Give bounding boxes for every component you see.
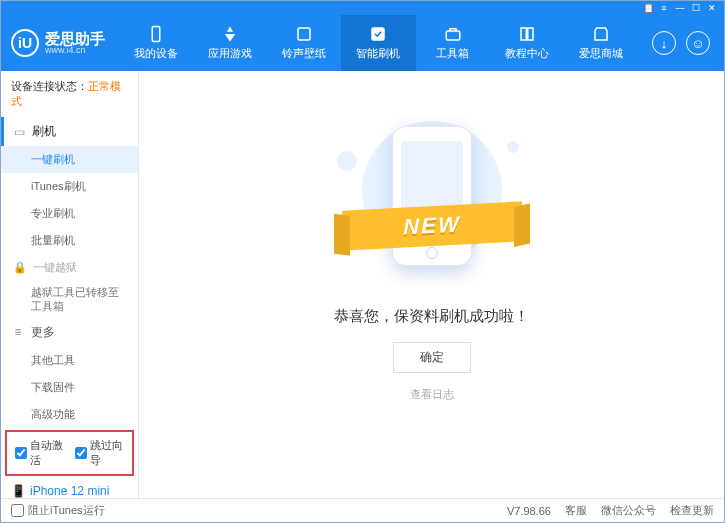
wallpaper-icon	[295, 25, 313, 43]
tab-tutorials[interactable]: 教程中心	[490, 15, 564, 71]
app-name: 爱思助手	[45, 31, 105, 46]
app-icon	[221, 25, 239, 43]
status-label: 设备连接状态：	[11, 80, 88, 92]
tab-label: 智能刷机	[356, 46, 400, 61]
checkbox-auto-activate[interactable]: 自动激活	[15, 438, 65, 468]
checkbox-label: 阻止iTunes运行	[28, 503, 105, 518]
nav-tabs: 我的设备 应用游戏 铃声壁纸 智能刷机 工具箱 教程中心 爱思商城	[119, 15, 638, 71]
tab-label: 我的设备	[134, 46, 178, 61]
app-url: www.i4.cn	[45, 46, 105, 55]
confirm-button[interactable]: 确定	[393, 342, 471, 373]
svg-rect-0	[152, 27, 160, 42]
section-flash[interactable]: ▭刷机	[1, 117, 138, 146]
tab-label: 爱思商城	[579, 46, 623, 61]
options-row: 自动激活 跳过向导	[5, 430, 134, 476]
sidebar: 设备连接状态：正常模式 ▭刷机 一键刷机 iTunes刷机 专业刷机 批量刷机 …	[1, 71, 139, 498]
minimize-icon[interactable]: —	[674, 3, 686, 13]
phone-icon: ▭	[12, 125, 26, 139]
sidebar-item-itunes-flash[interactable]: iTunes刷机	[1, 173, 138, 200]
sidebar-item-other-tools[interactable]: 其他工具	[1, 347, 138, 374]
success-message: 恭喜您，保资料刷机成功啦！	[334, 307, 529, 326]
sidebar-item-advanced[interactable]: 高级功能	[1, 401, 138, 428]
tab-toolbox[interactable]: 工具箱	[416, 15, 490, 71]
header-actions: ↓ ☺	[638, 31, 724, 55]
maximize-icon[interactable]: ☐	[690, 3, 702, 13]
main-area: NEW 恭喜您，保资料刷机成功啦！ 确定 查看日志	[139, 71, 724, 498]
tab-label: 教程中心	[505, 46, 549, 61]
logo-icon: iU	[11, 29, 39, 57]
task-icon[interactable]: 📋	[642, 3, 654, 13]
checkbox-input[interactable]	[15, 447, 27, 459]
lock-icon: 🔒	[13, 261, 27, 274]
app-window: 📋 ≡ — ☐ ✕ iU 爱思助手 www.i4.cn 我的设备 应用游戏 铃声…	[0, 0, 725, 523]
tab-label: 工具箱	[436, 46, 469, 61]
list-icon: ≡	[11, 325, 25, 339]
device-name: 📱iPhone 12 mini	[11, 484, 128, 498]
section-more[interactable]: ≡更多	[1, 318, 138, 347]
window-controls: 📋 ≡ — ☐ ✕	[1, 1, 724, 15]
download-icon[interactable]: ↓	[652, 31, 676, 55]
section-label: 刷机	[32, 123, 56, 140]
footer-service[interactable]: 客服	[565, 503, 587, 518]
logo-area[interactable]: iU 爱思助手 www.i4.cn	[1, 29, 119, 57]
tab-label: 铃声壁纸	[282, 46, 326, 61]
checkbox-input[interactable]	[75, 447, 87, 459]
jailbreak-note: 越狱工具已转移至 工具箱	[1, 281, 138, 318]
note-line: 越狱工具已转移至	[31, 285, 128, 299]
checkbox-label: 自动激活	[30, 438, 65, 468]
view-log-link[interactable]: 查看日志	[410, 387, 454, 402]
sidebar-item-pro-flash[interactable]: 专业刷机	[1, 200, 138, 227]
checkbox-label: 跳过向导	[90, 438, 125, 468]
ribbon-text: NEW	[403, 211, 460, 240]
body: 设备连接状态：正常模式 ▭刷机 一键刷机 iTunes刷机 专业刷机 批量刷机 …	[1, 71, 724, 498]
sidebar-item-batch-flash[interactable]: 批量刷机	[1, 227, 138, 254]
device-name-text: iPhone 12 mini	[30, 484, 109, 498]
tab-ringtones[interactable]: 铃声壁纸	[267, 15, 341, 71]
phone-icon	[147, 25, 165, 43]
tab-label: 应用游戏	[208, 46, 252, 61]
svg-rect-1	[298, 28, 310, 40]
close-icon[interactable]: ✕	[706, 3, 718, 13]
section-label: 更多	[31, 324, 55, 341]
tab-store[interactable]: 爱思商城	[564, 15, 638, 71]
footer: 阻止iTunes运行 V7.98.66 客服 微信公众号 检查更新	[1, 498, 724, 522]
sidebar-item-jailbreak: 🔒一键越狱	[1, 254, 138, 281]
user-icon[interactable]: ☺	[686, 31, 710, 55]
success-illustration: NEW	[332, 111, 532, 281]
tab-my-device[interactable]: 我的设备	[119, 15, 193, 71]
tab-smart-flash[interactable]: 智能刷机	[341, 15, 415, 71]
toolbox-icon	[444, 25, 462, 43]
book-icon	[518, 25, 536, 43]
sidebar-item-oneclick-flash[interactable]: 一键刷机	[1, 146, 138, 173]
menu-icon[interactable]: ≡	[658, 3, 670, 13]
footer-wechat[interactable]: 微信公众号	[601, 503, 656, 518]
phone-icon: 📱	[11, 484, 26, 498]
flash-icon	[369, 25, 387, 43]
note-line: 工具箱	[31, 299, 128, 313]
new-ribbon: NEW	[342, 201, 522, 250]
checkbox-skip-guide[interactable]: 跳过向导	[75, 438, 125, 468]
svg-rect-2	[372, 27, 386, 41]
header: iU 爱思助手 www.i4.cn 我的设备 应用游戏 铃声壁纸 智能刷机 工具…	[1, 15, 724, 71]
store-icon	[592, 25, 610, 43]
version-label: V7.98.66	[507, 505, 551, 517]
checkbox-block-itunes[interactable]: 阻止iTunes运行	[11, 503, 105, 518]
connection-status: 设备连接状态：正常模式	[1, 71, 138, 117]
sidebar-item-download-firmware[interactable]: 下载固件	[1, 374, 138, 401]
device-block[interactable]: 📱iPhone 12 mini 64GB Down-12mini-13,1	[1, 478, 138, 498]
checkbox-input[interactable]	[11, 504, 24, 517]
svg-rect-3	[446, 31, 460, 40]
jailbreak-label: 一键越狱	[33, 260, 77, 275]
tab-apps-games[interactable]: 应用游戏	[193, 15, 267, 71]
footer-update[interactable]: 检查更新	[670, 503, 714, 518]
